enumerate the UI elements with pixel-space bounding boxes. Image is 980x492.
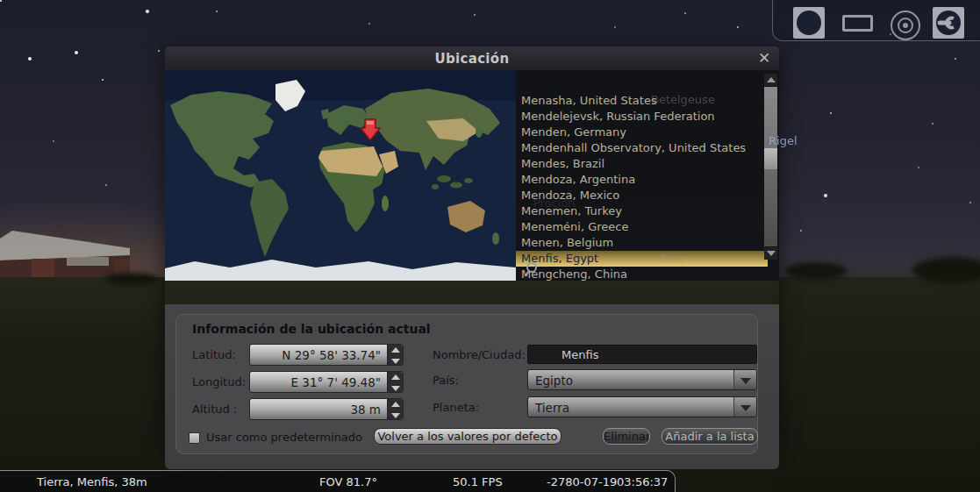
use-default-checkbox[interactable] — [189, 432, 200, 444]
list-item[interactable]: Mendes, Brazil — [516, 156, 765, 172]
location-dialog: Ubicación ✕ — [165, 46, 779, 446]
longitude-value[interactable]: E 31° 7' 49.48" — [250, 372, 386, 393]
list-item-selected[interactable]: Menfis, Egypt — [516, 251, 768, 267]
list-item[interactable]: Mendelejevsk, Russian Federation — [516, 109, 765, 125]
add-to-list-button[interactable]: Añadir a la lista — [662, 428, 758, 445]
chevron-down-icon — [733, 397, 756, 417]
dialog-titlebar[interactable]: Ubicación ✕ — [165, 46, 779, 70]
spin-up-icon[interactable] — [388, 399, 404, 410]
grass-ground-right — [772, 264, 980, 492]
chevron-down-icon — [733, 370, 756, 390]
top-toolbar — [772, 0, 980, 41]
city-name-label: Nombre/Ciudad: — [433, 348, 526, 361]
planet-selected-value: Tierra — [535, 397, 569, 417]
list-item[interactable]: Mendenhall Observatory, United States — [516, 140, 765, 156]
list-item[interactable]: Mengcheng, China — [516, 267, 765, 282]
stellarium-scene: Betelgeuse Rigel Sirio Proción Ubicación… — [0, 0, 980, 492]
altitude-spinner: 38 m — [249, 398, 404, 420]
current-location-groupbox: Información de la ubicación actual Latit… — [175, 314, 758, 454]
scrollbar-up-icon[interactable] — [764, 74, 777, 86]
spin-down-icon[interactable] — [388, 410, 404, 420]
list-item[interactable]: Mendoza, Argentina — [516, 172, 765, 188]
latitude-value[interactable]: N 29° 58' 33.74" — [250, 345, 386, 366]
country-label: País: — [433, 374, 459, 387]
use-default-label[interactable]: Usar como predeterminado — [206, 431, 362, 444]
longitude-spinner: E 31° 7' 49.48" — [249, 371, 404, 393]
planet-select[interactable]: Tierra — [527, 396, 757, 417]
world-map[interactable] — [165, 70, 516, 281]
info-panel: Información de la ubicación actual Latit… — [165, 304, 779, 469]
dialog-title: Ubicación — [435, 51, 510, 67]
spin-up-icon[interactable] — [388, 345, 404, 355]
spin-up-icon[interactable] — [388, 372, 404, 382]
search-icon[interactable] — [523, 262, 540, 280]
status-fps: 50.1 FPS — [453, 475, 503, 488]
status-location: Tierra, Menfis, 38m — [37, 475, 147, 488]
status-date: -2780-07-19 — [547, 475, 617, 488]
dialog-body: Menasha, United States Mendelejevsk, Rus… — [165, 70, 779, 281]
country-select[interactable]: Egipto — [527, 369, 757, 390]
altitude-value[interactable]: 38 m — [250, 399, 386, 420]
list-item[interactable]: Menemen, Turkey — [516, 203, 765, 219]
list-item[interactable]: Menasha, United States — [516, 93, 765, 109]
settings-wrench-icon[interactable] — [933, 7, 964, 39]
longitude-label: Longitud: — [192, 375, 246, 389]
altitude-label: Altitud : — [192, 403, 237, 416]
dome-view-circle — [797, 11, 821, 35]
world-map-image — [165, 70, 516, 281]
tree-silhouette — [105, 273, 158, 285]
delete-button[interactable]: Eliminar — [603, 428, 650, 445]
list-item[interactable]: Meneméni, Greece — [516, 219, 765, 235]
close-icon[interactable]: ✕ — [756, 50, 772, 66]
latitude-label: Latitud: — [192, 348, 236, 361]
bullseye-target-icon[interactable] — [891, 11, 920, 40]
spin-down-icon[interactable] — [388, 356, 404, 366]
scrollbar-thumb[interactable] — [764, 148, 777, 169]
latitude-spinner: N 29° 58' 33.74" — [249, 344, 404, 366]
city-name-input[interactable]: Menfis — [527, 345, 757, 364]
list-item[interactable]: Mendoza, Mexico — [516, 188, 765, 203]
star-field — [0, 0, 2, 2]
status-time: 03:56:37 — [617, 475, 668, 488]
list-item[interactable]: Menen, Belgium — [516, 235, 765, 251]
country-selected-value: Egipto — [535, 370, 573, 390]
rectangle-view-icon[interactable] — [842, 15, 873, 32]
reset-defaults-button[interactable]: Volver a los valores por defecto — [374, 428, 562, 445]
dome-view-icon[interactable] — [793, 7, 825, 39]
list-item[interactable]: Menden, Germany — [516, 125, 765, 140]
scrollbar-track[interactable] — [764, 87, 777, 246]
status-fov: FOV 81.7° — [319, 475, 377, 488]
planet-label: Planeta: — [433, 401, 479, 414]
scrollbar-down-icon[interactable] — [764, 247, 777, 260]
status-bar: Tierra, Menfis, 38m FOV 81.7° 50.1 FPS -… — [0, 470, 676, 492]
tree-silhouette — [785, 262, 847, 280]
spin-down-icon[interactable] — [388, 383, 404, 393]
list-scrollbar — [764, 74, 777, 260]
groupbox-title: Información de la ubicación actual — [192, 322, 431, 336]
city-list: Menasha, United States Mendelejevsk, Rus… — [516, 70, 779, 281]
wrench-glyph — [936, 11, 961, 35]
